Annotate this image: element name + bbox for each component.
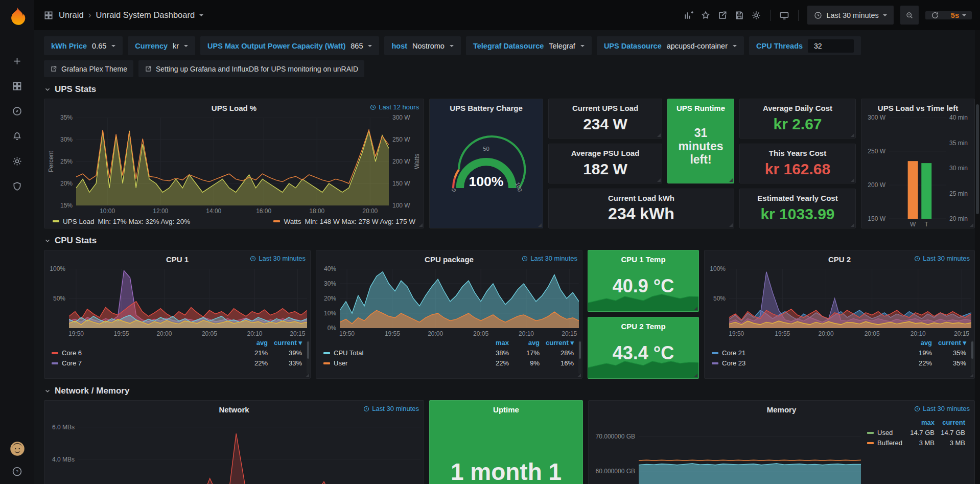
legend-scrollbar[interactable] — [307, 340, 310, 374]
memory-chart[interactable]: 70.000000 GB60.000000 GB50.000000 GB — [589, 416, 864, 484]
legend-column-header[interactable]: current ▾ — [935, 337, 969, 348]
legend-scrollbar[interactable] — [971, 340, 974, 374]
grafana-logo[interactable] — [8, 6, 27, 27]
legend-column-header[interactable]: current — [938, 417, 968, 427]
panel-title[interactable]: UPS Battery Charge — [450, 104, 523, 112]
variable-value[interactable]: Telegraf — [549, 42, 575, 50]
legend-column-header[interactable]: max — [907, 417, 938, 427]
user-avatar[interactable] — [10, 441, 25, 458]
panel-title[interactable]: Current UPS Load — [572, 104, 638, 112]
panel-title[interactable]: This Years Cost — [769, 149, 826, 157]
variable-value[interactable]: 0.65 — [92, 42, 106, 50]
variable-value[interactable]: Nostromo — [412, 42, 445, 50]
legend-series-name[interactable]: Watts — [284, 218, 301, 225]
section-network-memory[interactable]: Network / Memory — [44, 386, 980, 396]
breadcrumb-dashboard-title[interactable]: Unraid System Dashboard — [96, 10, 195, 20]
scrollbar-thumb[interactable] — [976, 104, 979, 214]
panel-title[interactable]: UPS Runtime — [676, 104, 725, 112]
legend-series-name[interactable]: UPS Load — [63, 218, 95, 225]
configuration-gear-icon[interactable] — [0, 149, 34, 174]
panel-title[interactable]: UPS Load vs Time left — [878, 104, 958, 112]
legend-row[interactable]: User22%9%16% — [320, 358, 577, 368]
legend-row[interactable]: Used14.7 GB14.7 GB — [864, 427, 968, 437]
refresh-interval-picker[interactable]: 5s — [945, 11, 972, 19]
legend-scrollbar[interactable] — [578, 340, 581, 374]
explore-compass-icon[interactable] — [0, 99, 34, 124]
section-cpu-stats[interactable]: CPU Stats — [44, 236, 980, 246]
panel-title[interactable]: CPU 2 Temp — [621, 322, 665, 331]
legend-item[interactable]: UPS LoadMin: 17% Max: 32% Avg: 20% — [53, 218, 190, 225]
ups-bar-chart[interactable]: 300 W250 W200 W150 WWT40 min35 min30 min… — [861, 114, 974, 228]
plot-area[interactable] — [78, 419, 421, 484]
plot-area[interactable]: 19:5019:5520:0020:0520:1020:15 — [69, 269, 307, 337]
save-button[interactable] — [734, 10, 744, 20]
plot-area[interactable]: 19:5019:5520:0020:0520:1020:15 — [340, 269, 579, 337]
help-icon[interactable]: ? — [0, 466, 34, 477]
ups-load-chart[interactable]: Percent35%30%25%20%15%10:0012:0014:0016:… — [44, 114, 424, 215]
page-scrollbar[interactable] — [975, 30, 980, 484]
legend-column-header[interactable]: current ▾ — [543, 337, 577, 348]
variable-cpu-threads[interactable]: CPU Threads 32 — [749, 36, 861, 55]
chart-legend[interactable]: maxcurrentUsed14.7 GB14.7 GBBuffered3 MB… — [864, 416, 974, 484]
panel-title[interactable]: Uptime — [493, 405, 519, 414]
chart-legend[interactable]: avgcurrent ▾Core 2119%35%Core 2322%35% — [705, 337, 974, 378]
plot-area[interactable] — [639, 419, 861, 484]
variable-value[interactable]: 865 — [351, 42, 363, 50]
refresh-button[interactable] — [925, 11, 945, 19]
plot-area[interactable]: 10:0012:0014:0016:0018:0020:00 — [76, 118, 389, 215]
variable-ups-datasource[interactable]: UPS Datasource apcupsd-container — [597, 36, 744, 55]
cpu2-chart[interactable]: 100%50%19:5019:5520:0020:0520:1020:15 — [705, 266, 974, 337]
network-chart[interactable]: 6.0 MBs4.0 MBs2.0 MBs — [44, 416, 424, 484]
legend-column-header[interactable]: current ▾ — [271, 337, 305, 348]
create-plus-icon[interactable] — [0, 49, 34, 74]
time-range-picker[interactable]: Last 30 minutes — [807, 6, 893, 25]
variable-ups-max-output[interactable]: UPS Max Output Power Capacity (Watt) 865 — [200, 36, 379, 55]
panel-title[interactable]: Memory — [767, 405, 797, 414]
zoom-out-button[interactable] — [900, 6, 919, 25]
dashboard-link-plex-theme[interactable]: Grafana Plex Theme — [44, 60, 133, 77]
variable-input[interactable]: 32 — [808, 39, 854, 53]
legend-row[interactable]: Core 621%39% — [49, 348, 305, 358]
dashboard-link-ups-guide[interactable]: Setting up Grafana and InfluxDB for UPS … — [138, 60, 364, 77]
dashboard-squares-icon[interactable] — [43, 10, 54, 20]
variable-value[interactable]: apcupsd-container — [667, 42, 728, 50]
chart-legend[interactable]: UPS LoadMin: 17% Max: 32% Avg: 20%WattsM… — [44, 215, 424, 228]
legend-row[interactable]: Buffered3 MB3 MB — [864, 437, 968, 448]
panel-title[interactable]: Average Daily Cost — [763, 104, 832, 112]
legend-item[interactable]: WattsMin: 148 W Max: 278 W Avg: 175 W — [273, 218, 415, 225]
chart-legend[interactable]: avgcurrent ▾Core 621%39%Core 722%33% — [44, 337, 310, 378]
panel-title[interactable]: CPU 1 — [166, 255, 189, 264]
dashboard-settings-button[interactable] — [751, 10, 761, 20]
breadcrumb-folder[interactable]: Unraid — [59, 10, 84, 20]
legend-row[interactable]: Core 2322%35% — [709, 358, 969, 368]
legend-row[interactable]: CPU Total38%17%28% — [320, 348, 577, 358]
chevron-down-icon[interactable] — [199, 14, 203, 16]
legend-column-header[interactable]: avg — [512, 337, 543, 348]
panel-title[interactable]: Network — [219, 405, 249, 414]
add-panel-button[interactable] — [684, 10, 694, 20]
legend-column-header[interactable]: avg — [904, 337, 935, 348]
panel-title[interactable]: CPU 2 — [828, 255, 851, 264]
legend-row[interactable]: Core 2119%35% — [709, 348, 969, 358]
cpu1-chart[interactable]: 100%50%19:5019:5520:0020:0520:1020:15 — [44, 266, 310, 337]
star-button[interactable] — [701, 10, 711, 20]
plot-area[interactable]: WT — [889, 118, 946, 228]
legend-column-header[interactable]: max — [481, 337, 512, 348]
legend-row[interactable]: Core 722%33% — [49, 358, 305, 368]
variable-currency[interactable]: Currency kr — [128, 36, 195, 55]
panel-title[interactable]: CPU package — [425, 255, 474, 264]
cycle-view-tv-button[interactable] — [779, 10, 789, 20]
cpu-package-chart[interactable]: 40%30%20%10%0%19:5019:5520:0020:0520:102… — [316, 266, 582, 337]
variable-telegraf-datasource[interactable]: Telegraf Datasource Telegraf — [466, 36, 592, 55]
variable-kwh-price[interactable]: kWh Price 0.65 — [44, 36, 123, 55]
panel-title[interactable]: Average PSU Load — [571, 149, 640, 157]
alerting-bell-icon[interactable] — [0, 124, 34, 149]
panel-title[interactable]: Estimated Yearly Cost — [757, 194, 837, 202]
panel-title[interactable]: CPU 1 Temp — [621, 255, 665, 264]
battery-gauge[interactable]: 050100100% — [430, 114, 543, 228]
plot-area[interactable]: 19:5019:5520:0020:0520:1020:15 — [729, 269, 971, 337]
panel-title[interactable]: Current Load kWh — [608, 194, 674, 202]
chart-legend[interactable]: maxavgcurrent ▾CPU Total38%17%28%User22%… — [316, 337, 582, 378]
server-admin-shield-icon[interactable] — [0, 174, 34, 199]
variable-host[interactable]: host Nostromo — [384, 36, 460, 55]
